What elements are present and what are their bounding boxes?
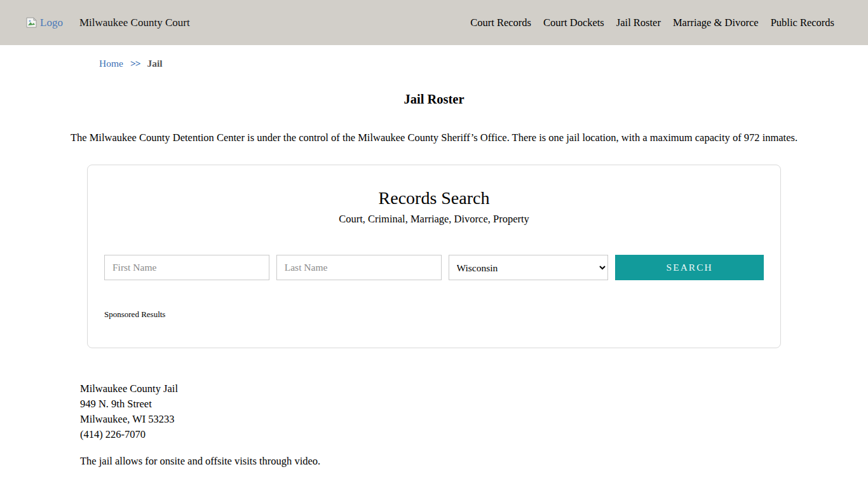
intro-paragraph: The Milwaukee County Detention Center is… (0, 132, 868, 144)
logo-broken-image[interactable]: Logo (25, 17, 63, 29)
visits-note: The jail allows for onsite and offsite v… (80, 455, 868, 468)
jail-city-state-zip: Milwaukee, WI 53233 (80, 412, 868, 427)
main-nav: Court Records Court Dockets Jail Roster … (470, 17, 834, 29)
nav-court-dockets[interactable]: Court Dockets (543, 17, 604, 29)
site-title: Milwaukee County Court (79, 17, 190, 29)
search-form: Wisconsin SEARCH (104, 255, 764, 280)
nav-court-records[interactable]: Court Records (470, 17, 531, 29)
jail-street: 949 N. 9th Street (80, 396, 868, 412)
page-title: Jail Roster (0, 92, 868, 107)
jail-phone: (414) 226-7070 (80, 427, 868, 442)
nav-public-records[interactable]: Public Records (771, 17, 834, 29)
last-name-input[interactable] (276, 255, 442, 280)
breadcrumb-separator: >> (130, 58, 140, 69)
logo-alt-text: Logo (40, 17, 63, 29)
search-button[interactable]: SEARCH (615, 255, 764, 280)
header: Logo Milwaukee County Court Court Record… (0, 0, 868, 45)
breadcrumb: Home >> Jail (99, 58, 868, 69)
records-search-subtitle: Court, Criminal, Marriage, Divorce, Prop… (104, 213, 764, 226)
brand: Logo Milwaukee County Court (25, 17, 190, 29)
first-name-input[interactable] (104, 255, 269, 280)
breadcrumb-home-link[interactable]: Home (99, 58, 123, 69)
state-select[interactable]: Wisconsin (449, 255, 609, 280)
records-search-title: Records Search (104, 188, 764, 208)
nav-marriage-divorce[interactable]: Marriage & Divorce (673, 17, 759, 29)
jail-name: Milwaukee County Jail (80, 381, 868, 396)
sponsored-results-label: Sponsored Results (104, 309, 764, 320)
records-search-card: Records Search Court, Criminal, Marriage… (87, 165, 781, 348)
broken-image-icon (25, 17, 38, 28)
breadcrumb-current: Jail (147, 58, 163, 69)
jail-address-block: Milwaukee County Jail 949 N. 9th Street … (80, 381, 868, 442)
nav-jail-roster[interactable]: Jail Roster (616, 17, 661, 29)
